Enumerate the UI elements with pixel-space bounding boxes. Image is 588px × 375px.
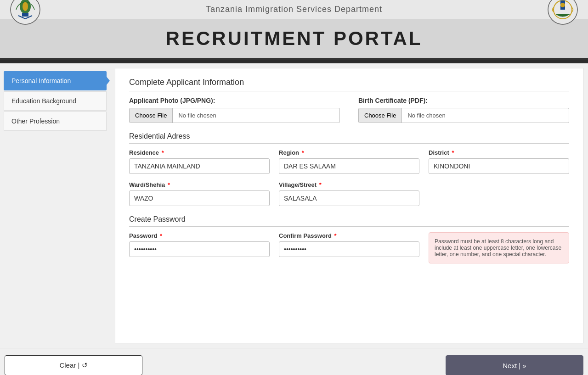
birth-certificate-input-wrapper: Choose File No file chosen: [358, 108, 569, 123]
applicant-photo-input-wrapper: Choose File No file chosen: [129, 108, 340, 123]
residence-input[interactable]: [129, 158, 270, 174]
sidebar-item-education-background[interactable]: Education Background: [4, 91, 107, 111]
village-group: Village/Street *: [279, 181, 419, 206]
region-input[interactable]: [279, 158, 419, 174]
header-title: Tanzania Immigration Services Department: [206, 5, 382, 14]
content-area: Complete Applicant Information Applicant…: [115, 68, 583, 343]
applicant-photo-label: Applicant Photo (JPG/PNG):: [129, 97, 340, 104]
ward-input[interactable]: [129, 190, 270, 206]
district-label: District *: [429, 149, 569, 156]
svg-point-8: [560, 3, 565, 7]
button-row: Clear | ↺ Next | »: [0, 348, 588, 375]
birth-certificate-filename: No file chosen: [402, 108, 569, 123]
file-upload-row: Applicant Photo (JPG/PNG): Choose File N…: [129, 97, 569, 123]
password-input[interactable]: [129, 241, 270, 257]
sidebar: Personal Information Education Backgroun…: [0, 63, 110, 348]
sidebar-item-other-profession[interactable]: Other Profession: [4, 112, 107, 131]
password-required: *: [160, 232, 162, 239]
birth-certificate-choose-btn[interactable]: Choose File: [359, 108, 402, 123]
region-label: Region *: [279, 149, 419, 156]
logo-left: [9, 0, 41, 26]
applicant-photo-filename: No file chosen: [173, 108, 339, 123]
main-container: Personal Information Education Backgroun…: [0, 63, 588, 348]
password-hint-box: Password must be at least 8 characters l…: [429, 232, 569, 263]
password-group: Password *: [129, 232, 270, 263]
village-required: *: [319, 181, 322, 188]
svg-rect-3: [22, 13, 28, 17]
residence-required: *: [162, 149, 164, 156]
ward-group: Ward/Shehia *: [129, 181, 270, 206]
district-group: District *: [429, 149, 569, 174]
ward-label: Ward/Shehia *: [129, 181, 270, 188]
birth-certificate-label: Birth Certificate (PDF):: [358, 97, 569, 104]
header: Tanzania Immigration Services Department: [0, 0, 588, 19]
logo-right: [547, 0, 579, 26]
district-input[interactable]: [429, 158, 569, 174]
password-row: Password * Confirm Password * Password m…: [129, 232, 569, 263]
create-password-title: Create Password: [129, 215, 569, 227]
ward-required: *: [168, 181, 170, 188]
password-label: Password *: [129, 232, 270, 239]
address-row-1: Residence * Region * District *: [129, 149, 569, 174]
section-title: Complete Applicant Information: [129, 78, 569, 91]
village-input[interactable]: [279, 190, 419, 206]
district-required: *: [452, 149, 454, 156]
dark-divider: [0, 60, 588, 63]
sidebar-item-personal-information[interactable]: Personal Information: [4, 71, 107, 90]
clear-button[interactable]: Clear | ↺: [5, 355, 142, 375]
confirm-password-label: Confirm Password *: [279, 232, 419, 239]
birth-certificate-group: Birth Certificate (PDF): Choose File No …: [358, 97, 569, 123]
title-bar: RECRUITMENT PORTAL: [0, 19, 588, 60]
next-button[interactable]: Next | »: [446, 355, 583, 375]
applicant-photo-group: Applicant Photo (JPG/PNG): Choose File N…: [129, 97, 340, 123]
confirm-password-input[interactable]: [279, 241, 419, 257]
confirm-required: *: [334, 232, 336, 239]
residential-address-title: Residential Adress: [129, 132, 569, 144]
address-row-2: Ward/Shehia * Village/Street *: [129, 181, 569, 206]
applicant-photo-choose-btn[interactable]: Choose File: [130, 108, 173, 123]
confirm-password-group: Confirm Password *: [279, 232, 419, 263]
residence-label: Residence *: [129, 149, 270, 156]
portal-title: RECRUITMENT PORTAL: [0, 28, 588, 50]
residence-group: Residence *: [129, 149, 270, 174]
region-group: Region *: [279, 149, 419, 174]
password-hint-group: Password must be at least 8 characters l…: [429, 232, 569, 263]
village-label: Village/Street *: [279, 181, 419, 188]
svg-point-2: [23, 2, 28, 11]
region-required: *: [302, 149, 304, 156]
